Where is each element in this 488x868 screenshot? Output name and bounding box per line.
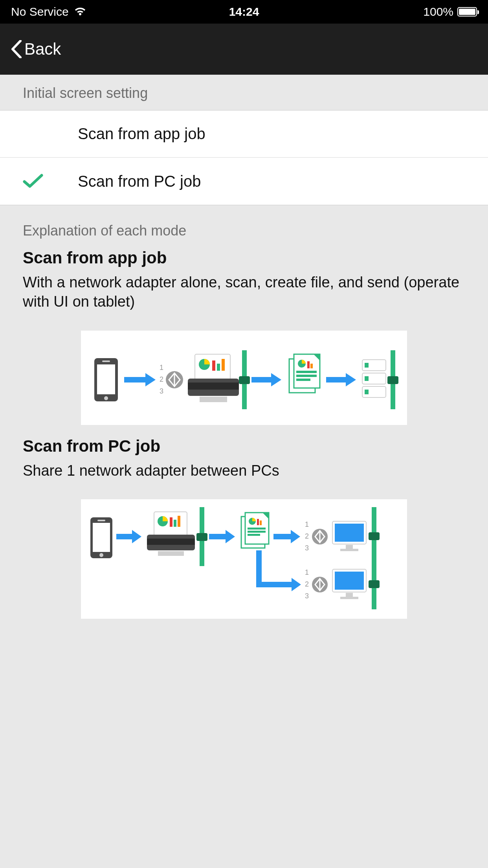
svg-rect-96: [369, 532, 380, 540]
explain-app: Scan from app job With a network adapter…: [0, 248, 488, 331]
svg-rect-58: [196, 533, 207, 541]
wifi-icon: [74, 7, 86, 17]
option-label: Scan from PC job: [78, 173, 201, 190]
section-header-initial: Initial screen setting: [0, 75, 488, 110]
explain-pc-text: Share 1 network adapter between PCs: [23, 461, 465, 480]
svg-rect-56: [158, 551, 184, 556]
status-bar: No Service 14:24 100%: [0, 0, 488, 24]
svg-rect-14: [212, 360, 215, 371]
svg-point-46: [99, 553, 103, 557]
svg-rect-18: [188, 383, 239, 390]
explain-pc-title: Scan from PC job: [23, 437, 465, 456]
svg-rect-4: [124, 377, 145, 383]
svg-rect-22: [251, 377, 271, 383]
explain-app-title: Scan from app job: [23, 248, 465, 267]
diagram-pc-flow: 1 2 3 1 2 3: [81, 499, 407, 619]
svg-rect-70: [273, 534, 291, 539]
back-button[interactable]: Back: [11, 40, 61, 59]
battery-percent: 100%: [423, 5, 453, 18]
svg-rect-16: [222, 359, 225, 371]
svg-text:2: 2: [305, 532, 309, 540]
svg-text:3: 3: [160, 387, 163, 395]
options-list: Scan from app job Scan from PC job: [0, 110, 488, 205]
svg-text:2: 2: [160, 375, 163, 383]
option-label: Scan from app job: [78, 125, 205, 143]
svg-rect-32: [296, 379, 310, 381]
svg-rect-47: [116, 534, 132, 539]
svg-rect-65: [257, 519, 259, 525]
svg-rect-84: [340, 549, 358, 551]
svg-rect-38: [365, 376, 369, 381]
svg-rect-92: [335, 572, 364, 590]
explain-pc: Scan from PC job Share 1 network adapter…: [0, 437, 488, 499]
svg-rect-97: [369, 580, 380, 588]
svg-rect-59: [209, 534, 226, 539]
svg-rect-83: [346, 545, 353, 549]
svg-marker-71: [291, 530, 300, 543]
explain-app-text: With a network adapter alone, scan, crea…: [23, 273, 465, 312]
svg-text:3: 3: [305, 592, 309, 600]
svg-rect-29: [310, 364, 313, 368]
svg-rect-28: [307, 361, 310, 368]
status-right: 100%: [423, 5, 477, 18]
svg-rect-15: [217, 364, 220, 371]
svg-rect-21: [239, 376, 250, 384]
svg-rect-42: [387, 376, 398, 384]
nav-header: Back: [0, 24, 488, 75]
svg-rect-82: [335, 524, 364, 542]
checkmark-icon: [23, 174, 43, 189]
svg-rect-51: [170, 517, 172, 527]
svg-rect-55: [147, 539, 195, 545]
svg-rect-67: [248, 528, 266, 530]
svg-rect-69: [248, 534, 260, 536]
svg-rect-40: [365, 390, 369, 394]
svg-rect-30: [296, 371, 317, 373]
svg-rect-1: [97, 364, 115, 394]
svg-rect-73: [256, 582, 292, 587]
status-left: No Service: [11, 5, 86, 18]
svg-rect-72: [256, 550, 262, 582]
svg-rect-93: [346, 593, 353, 597]
battery-icon: [457, 7, 477, 17]
svg-marker-5: [145, 373, 156, 386]
chevron-left-icon: [11, 40, 22, 58]
svg-text:3: 3: [305, 544, 309, 552]
svg-rect-36: [365, 363, 369, 368]
svg-rect-2: [102, 360, 110, 362]
svg-text:1: 1: [305, 520, 309, 528]
svg-point-3: [104, 396, 108, 400]
svg-rect-53: [178, 516, 180, 527]
back-label: Back: [24, 40, 61, 59]
option-scan-from-app[interactable]: Scan from app job: [0, 110, 488, 158]
svg-text:2: 2: [305, 580, 309, 588]
svg-rect-19: [200, 397, 227, 402]
svg-rect-52: [174, 520, 176, 527]
section-header-explain: Explanation of each mode: [0, 205, 488, 248]
svg-rect-66: [260, 520, 262, 525]
svg-rect-33: [326, 377, 346, 383]
svg-marker-60: [226, 530, 235, 543]
svg-rect-95: [372, 507, 376, 609]
svg-text:1: 1: [305, 568, 309, 576]
svg-marker-74: [292, 578, 301, 591]
svg-text:1: 1: [160, 364, 163, 371]
svg-marker-34: [346, 373, 356, 386]
status-time: 14:24: [229, 5, 259, 18]
check-area: [23, 174, 78, 189]
svg-rect-68: [248, 531, 266, 533]
option-scan-from-pc[interactable]: Scan from PC job: [0, 158, 488, 205]
svg-rect-94: [340, 597, 358, 599]
svg-marker-23: [271, 373, 281, 386]
svg-rect-44: [93, 523, 110, 552]
diagram-app-flow: 1 2 3: [81, 331, 407, 425]
svg-marker-48: [132, 530, 141, 543]
svg-rect-45: [97, 520, 105, 521]
svg-rect-31: [296, 375, 317, 377]
service-status: No Service: [11, 5, 69, 18]
